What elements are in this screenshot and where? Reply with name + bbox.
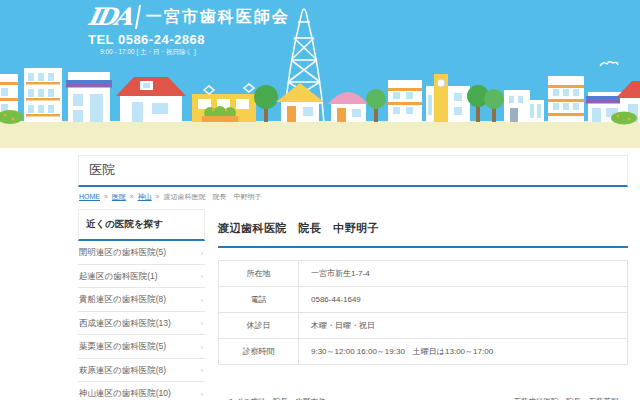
row-label: 診察時間 [219, 339, 299, 365]
table-row-hours: 診察時間 9:30～12:00 16:00～19:30 土曜日は13:00～17… [219, 339, 628, 365]
sidebar-item-label: 神山連区の歯科医院(10) [79, 389, 171, 398]
breadcrumb: HOME » 医院 » 神山 » 渡辺歯科医院 院長 中野明子 [79, 192, 627, 202]
sidebar: 近くの医院を探す 開明連区の歯科医院(5) › 起連区の歯科医院(1) › 貴船… [78, 209, 205, 400]
chevron-right-icon: › [201, 391, 203, 398]
sidebar-item-okoshi[interactable]: 起連区の歯科医院(1) › [78, 265, 205, 289]
header-hours-note: 9:00 - 17:00 [ 土・日・祝日除く ] [88, 48, 290, 57]
chevron-right-icon: › [201, 344, 203, 351]
sidebar-item-label: 開明連区の歯科医院(5) [79, 248, 166, 257]
sidebar-item-nishinari[interactable]: 西成連区の歯科医院(13) › [78, 312, 205, 336]
sidebar-item-label: 西成連区の歯科医院(13) [79, 319, 171, 328]
sidebar-item-kifune[interactable]: 貴船連区の歯科医院(8) › [78, 288, 205, 312]
content-area: 医院 HOME » 医院 » 神山 » 渡辺歯科医院 院長 中野明子 近くの医院… [78, 148, 628, 400]
chevron-right-icon: › [201, 297, 203, 304]
chevron-right-icon: › [201, 250, 203, 257]
row-value: 0586-44-1649 [299, 287, 628, 313]
page-title: 医院 [78, 155, 628, 187]
chevron-right-icon: › [201, 273, 203, 280]
header-info: IDA 一宮市歯科医師会 TEL 0586-24-2868 9:00 - 17:… [88, 5, 290, 57]
table-row-closed-days: 休診日 木曜・日曜・祝日 [219, 313, 628, 339]
clinic-title: 渡辺歯科医院 院長 中野明子 [218, 221, 628, 248]
sidebar-item-haguri[interactable]: 葉栗連区の歯科医院(5) › [78, 335, 205, 359]
sidebar-item-hagiwara[interactable]: 萩原連区の歯科医院(8) › [78, 359, 205, 383]
header-phone: TEL 0586-24-2868 [88, 32, 290, 47]
site-title: 一宮市歯科医師会 [146, 7, 290, 28]
sidebar-item-label: 貴船連区の歯科医院(8) [79, 295, 166, 304]
breadcrumb-district-link[interactable]: 神山 [138, 193, 152, 200]
chevron-right-icon: › [201, 320, 203, 327]
clinic-info-table: 所在地 一宮市新生1-7-4 電話 0586-44-1649 休診日 木曜・日曜… [218, 260, 628, 365]
breadcrumb-home-link[interactable]: HOME [79, 193, 100, 200]
sidebar-item-label: 起連区の歯科医院(1) [79, 272, 158, 281]
chevron-right-icon: › [201, 367, 203, 374]
district-list: 開明連区の歯科医院(5) › 起連区の歯科医院(1) › 貴船連区の歯科医院(8… [78, 241, 205, 400]
main-content: 渡辺歯科医院 院長 中野明子 所在地 一宮市新生1-7-4 電話 0586-44… [218, 209, 628, 400]
sidebar-item-kamiyama[interactable]: 神山連区の歯科医院(10) › [78, 382, 205, 400]
table-row-address: 所在地 一宮市新生1-7-4 [219, 261, 628, 287]
columns: 近くの医院を探す 開明連区の歯科医院(5) › 起連区の歯科医院(1) › 貴船… [78, 209, 628, 400]
site-logo[interactable]: IDA 一宮市歯科医師会 [88, 5, 290, 29]
table-row-phone: 電話 0586-44-1649 [219, 287, 628, 313]
row-label: 所在地 [219, 261, 299, 287]
breadcrumb-clinics-link[interactable]: 医院 [112, 193, 126, 200]
breadcrumb-separator: » [130, 193, 134, 200]
row-label: 電話 [219, 287, 299, 313]
site-header: IDA 一宮市歯科医師会 TEL 0586-24-2868 9:00 - 17:… [0, 0, 640, 148]
sidebar-item-label: 萩原連区の歯科医院(8) [79, 366, 166, 375]
row-value: 木曜・日曜・祝日 [299, 313, 628, 339]
logo-icon: IDA [86, 5, 141, 29]
breadcrumb-separator: » [156, 193, 160, 200]
row-label: 休診日 [219, 313, 299, 339]
row-value: 9:30～12:00 16:00～19:30 土曜日は13:00～17:00 [299, 339, 628, 365]
breadcrumb-current: 渡辺歯科医院 院長 中野明子 [163, 193, 261, 200]
sidebar-item-kaimei[interactable]: 開明連区の歯科医院(5) › [78, 241, 205, 265]
breadcrumb-separator: » [104, 193, 108, 200]
sidebar-title: 近くの医院を探す [78, 209, 205, 241]
row-value: 一宮市新生1-7-4 [299, 261, 628, 287]
sidebar-item-label: 葉栗連区の歯科医院(5) [79, 342, 166, 351]
